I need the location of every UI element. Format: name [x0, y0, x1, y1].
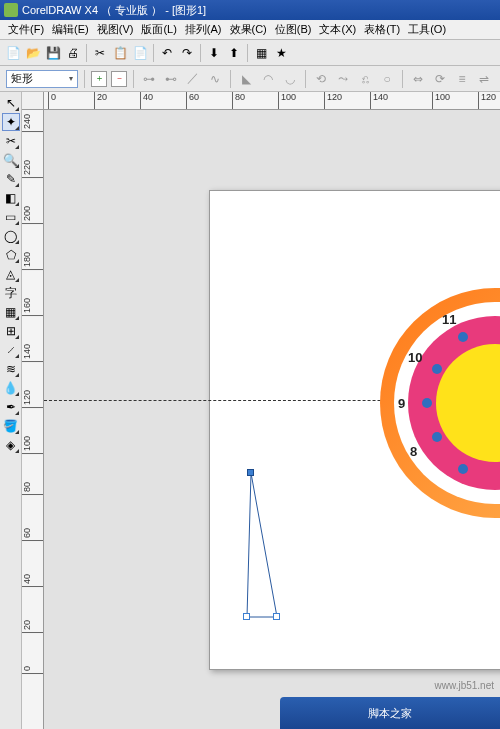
pick-tool[interactable]: ↖: [2, 94, 20, 112]
rotate-nodes-button: ⟳: [431, 70, 449, 88]
menu-bitmap[interactable]: 位图(B): [271, 20, 316, 39]
standard-toolbar: 📄 📂 💾 🖨 ✂ 📋 📄 ↶ ↷ ⬇ ⬆ ▦ ★: [0, 40, 500, 66]
menu-effects[interactable]: 效果(C): [226, 20, 271, 39]
clock-number-9: 9: [398, 396, 405, 411]
node-handle[interactable]: [273, 613, 280, 620]
cut-button[interactable]: ✂: [91, 44, 109, 62]
dimension-tool[interactable]: ⊞: [2, 322, 20, 340]
ruler-vertical[interactable]: 240 220 200 180 160 140 120 100 80 60 40…: [22, 110, 44, 729]
new-button[interactable]: 📄: [4, 44, 22, 62]
menu-file[interactable]: 文件(F): [4, 20, 48, 39]
freehand-tool[interactable]: ✎: [2, 170, 20, 188]
clock-number-10: 10: [408, 350, 422, 365]
smooth-node-button: ◠: [259, 70, 277, 88]
app-launcher-button[interactable]: ▦: [252, 44, 270, 62]
crop-tool[interactable]: ✂: [2, 132, 20, 150]
paste-button[interactable]: 📄: [131, 44, 149, 62]
cusp-node-button: ◣: [237, 70, 255, 88]
save-button[interactable]: 💾: [44, 44, 62, 62]
watermark: www.jb51.net: [435, 680, 494, 691]
canvas-area[interactable]: 11 10 9 8 www.jb51.net: [44, 110, 500, 729]
chevron-down-icon: ▾: [69, 74, 73, 83]
menu-table[interactable]: 表格(T): [360, 20, 404, 39]
open-button[interactable]: 📂: [24, 44, 42, 62]
node-delete-button[interactable]: －: [111, 71, 127, 87]
undo-button[interactable]: ↶: [158, 44, 176, 62]
shape-tool[interactable]: ✦: [2, 113, 20, 131]
ellipse-tool[interactable]: ◯: [2, 227, 20, 245]
separator: [86, 44, 87, 62]
ruler-corner[interactable]: [22, 92, 44, 110]
interactive-blend-tool[interactable]: ≋: [2, 360, 20, 378]
reflect-nodes-button: ⇌: [475, 70, 493, 88]
menu-edit[interactable]: 编辑(E): [48, 20, 93, 39]
table-tool[interactable]: ▦: [2, 303, 20, 321]
welcome-button[interactable]: ★: [272, 44, 290, 62]
print-button[interactable]: 🖨: [64, 44, 82, 62]
node-add-button[interactable]: ＋: [91, 71, 107, 87]
shape-type-value: 矩形: [11, 71, 33, 86]
triangle-path: [247, 473, 277, 617]
clock-dot: [432, 364, 442, 374]
separator: [153, 44, 154, 62]
export-button[interactable]: ⬆: [225, 44, 243, 62]
shape-type-combo[interactable]: 矩形 ▾: [6, 70, 78, 88]
ruler-tick: 100: [22, 436, 44, 454]
menu-text[interactable]: 文本(X): [315, 20, 360, 39]
workspace[interactable]: 0 20 40 60 80 100 120 140 100 120 240 22…: [22, 92, 500, 729]
ruler-tick: 60: [22, 528, 44, 541]
redo-button[interactable]: ↷: [178, 44, 196, 62]
clock-dot: [422, 398, 432, 408]
ruler-tick: 100: [278, 92, 296, 110]
import-button[interactable]: ⬇: [205, 44, 223, 62]
node-handle[interactable]: [243, 613, 250, 620]
window-title: CorelDRAW X4 （ 专业版 ） - [图形1]: [22, 3, 206, 18]
menu-arrange[interactable]: 排列(A): [181, 20, 226, 39]
copy-button[interactable]: 📋: [111, 44, 129, 62]
ruler-tick: 120: [478, 92, 496, 110]
join-nodes-button: ⊶: [140, 70, 158, 88]
ruler-tick: 120: [324, 92, 342, 110]
ruler-tick: 140: [22, 344, 44, 362]
smart-fill-tool[interactable]: ◧: [2, 189, 20, 207]
clock-number-8: 8: [410, 444, 417, 459]
ruler-tick: 0: [48, 92, 56, 110]
titlebar: CorelDRAW X4 （ 专业版 ） - [图形1]: [0, 0, 500, 20]
align-nodes-button: ≡: [453, 70, 471, 88]
clock-dot: [458, 332, 468, 342]
ruler-horizontal[interactable]: 0 20 40 60 80 100 120 140 100 120: [44, 92, 500, 110]
clock-number-11: 11: [442, 312, 456, 327]
ruler-tick: 120: [22, 390, 44, 408]
basic-shapes-tool[interactable]: ◬: [2, 265, 20, 283]
zoom-tool[interactable]: 🔍: [2, 151, 20, 169]
rectangle-tool[interactable]: ▭: [2, 208, 20, 226]
selected-triangle-shape[interactable]: [239, 465, 299, 627]
to-line-button: ／: [184, 70, 202, 88]
connector-tool[interactable]: ⟋: [2, 341, 20, 359]
ruler-tick: 220: [22, 160, 44, 178]
fill-tool[interactable]: 🪣: [2, 417, 20, 435]
menu-layout[interactable]: 版面(L): [137, 20, 180, 39]
menu-tools[interactable]: 工具(O): [404, 20, 450, 39]
eyedropper-tool[interactable]: 💧: [2, 379, 20, 397]
ruler-tick: 20: [22, 620, 44, 633]
ruler-tick: 80: [232, 92, 245, 110]
interactive-fill-tool[interactable]: ◈: [2, 436, 20, 454]
close-curve-button: ○: [378, 70, 396, 88]
polygon-tool[interactable]: ⬠: [2, 246, 20, 264]
menu-view[interactable]: 视图(V): [93, 20, 138, 39]
ruler-tick: 40: [140, 92, 153, 110]
extend-curve-button: ⤳: [334, 70, 352, 88]
text-tool[interactable]: 字: [2, 284, 20, 302]
footer-banner: 脚本之家: [280, 697, 500, 729]
outline-tool[interactable]: ✒: [2, 398, 20, 416]
ruler-tick: 20: [94, 92, 107, 110]
stretch-nodes-button: ⇔: [409, 70, 427, 88]
ruler-tick: 0: [22, 666, 44, 674]
clock-dot: [458, 464, 468, 474]
ruler-tick: 100: [432, 92, 450, 110]
footer-text: 脚本之家: [368, 706, 412, 721]
clock-artwork[interactable]: 11 10 9 8: [380, 288, 500, 518]
node-handle[interactable]: [247, 469, 254, 476]
app-icon: [4, 3, 18, 17]
